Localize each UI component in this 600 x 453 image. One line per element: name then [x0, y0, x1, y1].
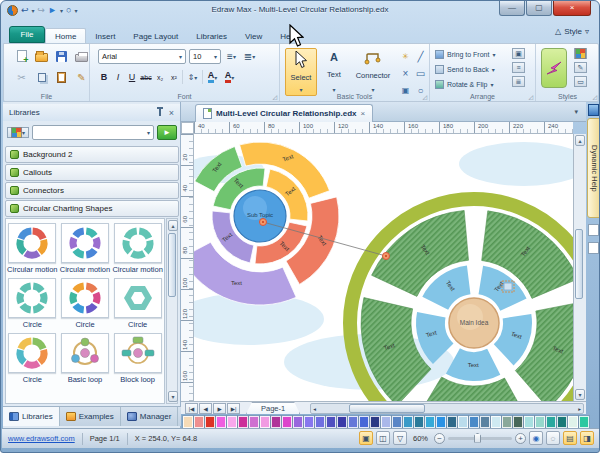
- first-page-button[interactable]: |◀: [185, 403, 198, 414]
- color-swatch[interactable]: [381, 416, 391, 428]
- shape-item[interactable]: Block loop: [112, 333, 164, 384]
- send-to-back-button[interactable]: Send to Back▾: [435, 62, 495, 77]
- line-style-button[interactable]: ▭: [574, 76, 587, 87]
- color-swatch[interactable]: [557, 416, 567, 428]
- bring-to-front-button[interactable]: Bring to Front▾: [435, 47, 495, 62]
- color-swatch[interactable]: [546, 416, 556, 428]
- scroll-down-icon[interactable]: ▾: [168, 391, 178, 402]
- canvas-hscrollbar-thumb[interactable]: [349, 404, 425, 413]
- superscript-button[interactable]: x²: [168, 74, 180, 81]
- panel-tab-libraries[interactable]: Libraries: [3, 407, 60, 426]
- rotate-flip-button[interactable]: Rotate & Flip▾: [435, 77, 495, 92]
- font-size-combobox[interactable]: 10▾: [189, 49, 221, 64]
- document-tab[interactable]: Multi-Level Circular Relationship.edx ×: [195, 104, 373, 122]
- view-split-button[interactable]: ◫: [376, 431, 390, 445]
- paste-button[interactable]: [54, 70, 69, 84]
- color-swatch[interactable]: [480, 416, 490, 428]
- color-swatch[interactable]: [249, 416, 259, 428]
- shape-item[interactable]: Basic loop: [59, 333, 111, 384]
- zoom-in-button[interactable]: +: [515, 433, 526, 444]
- document-close-icon[interactable]: ×: [360, 109, 365, 118]
- quick-styles-button[interactable]: [541, 48, 567, 88]
- subscript-button[interactable]: x₂: [154, 74, 166, 81]
- group-shapes-button[interactable]: ▣: [512, 48, 525, 59]
- font-color-button[interactable]: A▾: [222, 70, 237, 84]
- tab-page-layout[interactable]: Page Layout: [124, 29, 187, 43]
- color-swatch[interactable]: [326, 416, 336, 428]
- maximize-button[interactable]: ▢: [526, 1, 552, 16]
- tab-view[interactable]: View: [236, 29, 271, 43]
- library-category[interactable]: Connectors: [5, 182, 179, 199]
- color-swatch[interactable]: [216, 416, 226, 428]
- shapes-scrollbar[interactable]: ▴ ▾: [166, 218, 178, 404]
- color-swatch[interactable]: [524, 416, 534, 428]
- color-swatch[interactable]: [238, 416, 248, 428]
- color-swatch[interactable]: [183, 416, 193, 428]
- color-swatch[interactable]: [502, 416, 512, 428]
- panel-tab-manager[interactable]: Manager: [121, 407, 179, 426]
- shape-item[interactable]: Circular motion: [6, 223, 58, 274]
- dynamic-help-tab[interactable]: Dynamic Help: [587, 118, 600, 218]
- last-page-button[interactable]: ▶|: [227, 403, 240, 414]
- shape-action-handle[interactable]: [504, 283, 512, 290]
- print-button[interactable]: [74, 49, 89, 63]
- shape-item[interactable]: Circle: [59, 278, 111, 329]
- zoom-out-button[interactable]: −: [434, 433, 445, 444]
- library-category[interactable]: Callouts: [5, 164, 179, 181]
- copy-button[interactable]: [34, 70, 49, 84]
- library-menu-button[interactable]: ▾: [7, 127, 29, 138]
- canvas-hscrollbar[interactable]: ◂ ▸: [310, 403, 584, 414]
- color-swatch[interactable]: [392, 416, 402, 428]
- line-tool-button[interactable]: ╱: [413, 49, 428, 63]
- hscroll-right-icon[interactable]: ▸: [578, 406, 581, 412]
- color-swatch[interactable]: [194, 416, 204, 428]
- tab-insert[interactable]: Insert: [86, 29, 124, 43]
- rectangle-tool-button[interactable]: ▭: [413, 66, 428, 80]
- cut-button[interactable]: ✂: [14, 70, 29, 84]
- star-tool-button[interactable]: ✳: [398, 49, 413, 63]
- tab-home[interactable]: Home: [45, 28, 86, 43]
- color-swatch[interactable]: [436, 416, 446, 428]
- color-swatch[interactable]: [535, 416, 545, 428]
- fill-style-button[interactable]: ✎: [574, 62, 587, 73]
- view-normal-button[interactable]: ▣: [359, 431, 373, 445]
- line-spacing-button[interactable]: ⇕▾: [185, 70, 200, 84]
- tab-overflow-icon[interactable]: ▾: [574, 108, 578, 116]
- cross-tool-button[interactable]: ×: [398, 66, 413, 80]
- format-painter-button[interactable]: ✎: [74, 70, 89, 84]
- refresh-zoom-button[interactable]: ◉: [529, 431, 543, 445]
- panel-close-icon[interactable]: ×: [169, 108, 174, 118]
- font-family-combobox[interactable]: Arial▾: [98, 49, 186, 64]
- color-swatch[interactable]: [425, 416, 435, 428]
- shape-item[interactable]: Circular motion: [59, 223, 111, 274]
- color-swatch[interactable]: [359, 416, 369, 428]
- color-swatch[interactable]: [337, 416, 347, 428]
- color-swatch[interactable]: [458, 416, 468, 428]
- theme-colors-button[interactable]: [574, 48, 587, 59]
- tab-file[interactable]: File: [9, 26, 45, 43]
- align-shapes-button[interactable]: ≡: [512, 62, 525, 73]
- color-swatch[interactable]: [304, 416, 314, 428]
- canvas-vscrollbar-thumb[interactable]: [575, 229, 583, 299]
- canvas-scroll-up-icon[interactable]: ▴: [575, 135, 585, 146]
- underline-button[interactable]: U: [126, 72, 138, 82]
- color-swatch[interactable]: [414, 416, 424, 428]
- color-swatch[interactable]: [293, 416, 303, 428]
- tab-libraries[interactable]: Libraries: [187, 29, 236, 43]
- library-category[interactable]: Background 2: [5, 146, 179, 163]
- zoom-slider-thumb[interactable]: [474, 433, 481, 443]
- prev-page-button[interactable]: ◀: [199, 403, 212, 414]
- color-swatch[interactable]: [447, 416, 457, 428]
- color-swatch[interactable]: [271, 416, 281, 428]
- next-page-button[interactable]: ▶: [213, 403, 226, 414]
- color-swatch[interactable]: [227, 416, 237, 428]
- shape-item[interactable]: Circle: [112, 278, 164, 329]
- align-button[interactable]: ≡▾: [224, 50, 239, 64]
- drawing-canvas[interactable]: TextTextTextTextTextTextTextTextTextText…: [194, 134, 573, 401]
- zoom-region-button[interactable]: ◌: [546, 431, 560, 445]
- color-swatch[interactable]: [568, 416, 578, 428]
- select-tool-button[interactable]: Select ▾: [285, 48, 317, 96]
- edrawsoft-link[interactable]: www.edrawsoft.com: [8, 434, 75, 443]
- panel-tab-examples[interactable]: Examples: [60, 407, 121, 426]
- help-panel-icon[interactable]: [588, 104, 599, 116]
